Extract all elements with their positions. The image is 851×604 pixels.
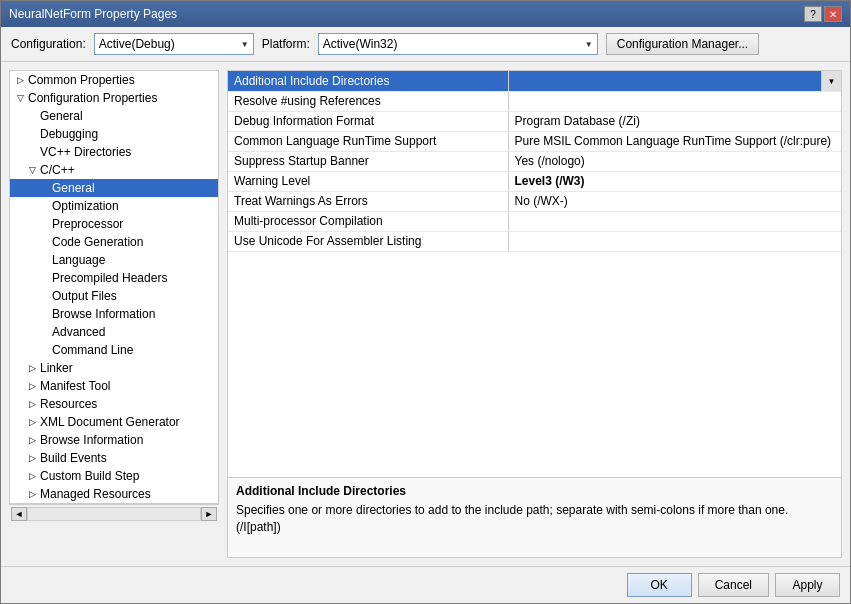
tree-item-custom-build[interactable]: ▷Custom Build Step	[10, 467, 218, 485]
scroll-right-btn[interactable]: ►	[201, 507, 217, 521]
tree-label-manifest-tool: Manifest Tool	[40, 379, 110, 393]
tree-expander-resources[interactable]: ▷	[26, 398, 38, 410]
ok-button[interactable]: OK	[627, 573, 692, 597]
tree-item-cmd-line[interactable]: Command Line	[10, 341, 218, 359]
tree-item-browse-info[interactable]: ▷Browse Information	[10, 431, 218, 449]
tree-expander-code-gen	[38, 236, 50, 248]
property-row[interactable]: Debug Information FormatProgram Database…	[228, 111, 841, 131]
tree-item-debugging[interactable]: Debugging	[10, 125, 218, 143]
tree-expander-language	[38, 254, 50, 266]
cancel-button[interactable]: Cancel	[698, 573, 769, 597]
tree-label-xml-doc-gen: XML Document Generator	[40, 415, 180, 429]
tree-expander-cpp-general	[38, 182, 50, 194]
tree-label-preprocessor: Preprocessor	[52, 217, 123, 231]
platform-dropdown[interactable]: Active(Win32) ▼	[318, 33, 598, 55]
property-row[interactable]: Resolve #using References	[228, 91, 841, 111]
property-name: Suppress Startup Banner	[228, 151, 508, 171]
config-value: Active(Debug)	[99, 37, 175, 51]
tree-item-precomp-hdrs[interactable]: Precompiled Headers	[10, 269, 218, 287]
tree-label-cpp: C/C++	[40, 163, 75, 177]
tree-label-linker: Linker	[40, 361, 73, 375]
property-row[interactable]: Additional Include Directories	[228, 71, 841, 91]
help-button[interactable]: ?	[804, 6, 822, 22]
tree-item-managed-res[interactable]: ▷Managed Resources	[10, 485, 218, 503]
tree-expander-precomp-hdrs	[38, 272, 50, 284]
tree-expander-custom-build[interactable]: ▷	[26, 470, 38, 482]
description-title: Additional Include Directories	[236, 484, 833, 498]
tree-scrollbar[interactable]: ◄ ►	[9, 504, 219, 523]
tree-item-output-files[interactable]: Output Files	[10, 287, 218, 305]
toolbar: Configuration: Active(Debug) ▼ Platform:…	[1, 27, 850, 62]
config-label: Configuration:	[11, 37, 86, 51]
tree-label-cmd-line: Command Line	[52, 343, 133, 357]
property-row[interactable]: Suppress Startup BannerYes (/nologo)	[228, 151, 841, 171]
tree-label-common-props: Common Properties	[28, 73, 135, 87]
tree-label-output-files: Output Files	[52, 289, 117, 303]
tree-label-managed-res: Managed Resources	[40, 487, 151, 501]
close-button[interactable]: ✕	[824, 6, 842, 22]
tree-expander-browse-info[interactable]: ▷	[26, 434, 38, 446]
dialog-title: NeuralNetForm Property Pages	[9, 7, 177, 21]
property-row[interactable]: Treat Warnings As ErrorsNo (/WX-)	[228, 191, 841, 211]
tree-expander-common-props[interactable]: ▷	[14, 74, 26, 86]
tree-label-build-events: Build Events	[40, 451, 107, 465]
property-name: Common Language RunTime Support	[228, 131, 508, 151]
tree-expander-cpp[interactable]: ▽	[26, 164, 38, 176]
bottom-bar: OK Cancel Apply	[1, 566, 850, 603]
config-manager-button[interactable]: Configuration Manager...	[606, 33, 759, 55]
property-name: Warning Level	[228, 171, 508, 191]
property-table: Additional Include DirectoriesResolve #u…	[228, 71, 841, 252]
tree-item-build-events[interactable]: ▷Build Events	[10, 449, 218, 467]
config-dropdown[interactable]: Active(Debug) ▼	[94, 33, 254, 55]
tree-item-cpp-general[interactable]: General	[10, 179, 218, 197]
property-dropdown-btn[interactable]: ▼	[821, 71, 841, 91]
property-name: Additional Include Directories	[228, 71, 508, 91]
tree-item-cpp[interactable]: ▽C/C++	[10, 161, 218, 179]
tree-label-advanced-cpp: Advanced	[52, 325, 105, 339]
tree-item-advanced-cpp[interactable]: Advanced	[10, 323, 218, 341]
tree-expander-config-props[interactable]: ▽	[14, 92, 26, 104]
property-row[interactable]: Multi-processor Compilation	[228, 211, 841, 231]
tree-label-browse-info-cpp: Browse Information	[52, 307, 155, 321]
property-row[interactable]: Use Unicode For Assembler Listing	[228, 231, 841, 251]
property-row[interactable]: Common Language RunTime SupportPure MSIL…	[228, 131, 841, 151]
property-name: Resolve #using References	[228, 91, 508, 111]
tree-expander-xml-doc-gen[interactable]: ▷	[26, 416, 38, 428]
h-scrollbar[interactable]	[27, 507, 201, 521]
tree-expander-output-files	[38, 290, 50, 302]
tree-item-code-gen[interactable]: Code Generation	[10, 233, 218, 251]
tree-item-optimization[interactable]: Optimization	[10, 197, 218, 215]
description-panel: Additional Include Directories Specifies…	[227, 478, 842, 558]
tree-expander-browse-info-cpp	[38, 308, 50, 320]
tree-expander-managed-res[interactable]: ▷	[26, 488, 38, 500]
property-value	[508, 71, 841, 91]
tree-label-general: General	[40, 109, 83, 123]
tree-item-preprocessor[interactable]: Preprocessor	[10, 215, 218, 233]
tree-item-common-props[interactable]: ▷Common Properties	[10, 71, 218, 89]
tree-item-resources[interactable]: ▷Resources	[10, 395, 218, 413]
tree-item-general[interactable]: General	[10, 107, 218, 125]
property-value	[508, 91, 841, 111]
apply-button[interactable]: Apply	[775, 573, 840, 597]
property-row[interactable]: Warning LevelLevel3 (/W3)	[228, 171, 841, 191]
scroll-left-btn[interactable]: ◄	[11, 507, 27, 521]
property-name: Use Unicode For Assembler Listing	[228, 231, 508, 251]
property-value	[508, 231, 841, 251]
tree-item-browse-info-cpp[interactable]: Browse Information	[10, 305, 218, 323]
property-value: Yes (/nologo)	[508, 151, 841, 171]
tree-item-xml-doc-gen[interactable]: ▷XML Document Generator	[10, 413, 218, 431]
tree-item-vc-dirs[interactable]: VC++ Directories	[10, 143, 218, 161]
property-value: No (/WX-)	[508, 191, 841, 211]
title-bar-buttons: ? ✕	[804, 6, 842, 22]
tree-item-manifest-tool[interactable]: ▷Manifest Tool	[10, 377, 218, 395]
tree-expander-linker[interactable]: ▷	[26, 362, 38, 374]
tree-item-config-props[interactable]: ▽Configuration Properties	[10, 89, 218, 107]
tree-expander-manifest-tool[interactable]: ▷	[26, 380, 38, 392]
tree-item-language[interactable]: Language	[10, 251, 218, 269]
tree-expander-advanced-cpp	[38, 326, 50, 338]
platform-label: Platform:	[262, 37, 310, 51]
tree-expander-build-events[interactable]: ▷	[26, 452, 38, 464]
description-text: Specifies one or more directories to add…	[236, 502, 833, 536]
property-name: Multi-processor Compilation	[228, 211, 508, 231]
tree-item-linker[interactable]: ▷Linker	[10, 359, 218, 377]
